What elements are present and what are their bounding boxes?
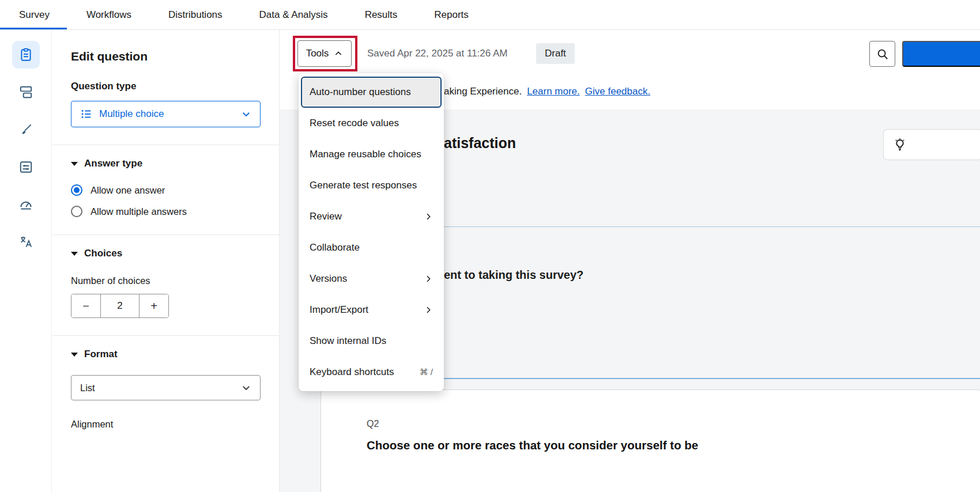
radio-selected-icon: [71, 184, 82, 196]
menu-item-label: Show internal IDs: [310, 335, 386, 347]
menu-item-label: Import/Export: [310, 304, 368, 316]
radio-unselected-icon: [71, 206, 82, 217]
decrement-button[interactable]: −: [71, 294, 100, 317]
menu-item-label: Generate test responses: [310, 180, 417, 191]
sidebar-item-translations[interactable]: [12, 228, 40, 256]
tab-survey[interactable]: Survey: [19, 0, 50, 29]
menu-item-show-internal-ids[interactable]: Show internal IDs: [299, 326, 444, 357]
tools-button-label: Tools: [306, 48, 329, 59]
editor-toolbar: Tools Saved Apr 22, 2025 at 11:26 AM Dra…: [279, 30, 980, 75]
keyboard-shortcut-hint: ⌘ /: [420, 367, 433, 377]
edit-question-panel: Edit question Question type Multiple cho…: [52, 30, 279, 492]
panel-title: Edit question: [71, 50, 261, 63]
status-badge-draft: Draft: [536, 43, 575, 64]
menu-item-manage-reusable-choices[interactable]: Manage reusable choices: [299, 139, 444, 170]
tab-results[interactable]: Results: [365, 0, 398, 29]
gauge-icon: [18, 197, 33, 212]
answer-type-section-header[interactable]: Answer type: [71, 158, 261, 169]
top-navigation: Survey Workflows Distributions Data & An…: [0, 0, 980, 30]
menu-item-review[interactable]: Review: [299, 201, 444, 232]
caret-down-icon: [71, 252, 78, 256]
paintbrush-icon: [18, 122, 33, 137]
sidebar-item-look-and-feel[interactable]: [12, 116, 40, 143]
learn-more-link[interactable]: Learn more.: [527, 86, 580, 97]
tab-distributions[interactable]: Distributions: [168, 0, 223, 29]
format-value: List: [80, 383, 95, 393]
tools-dropdown-menu: Auto-number questions Reset recode value…: [299, 73, 444, 391]
choices-label: Choices: [84, 248, 122, 259]
menu-item-versions[interactable]: Versions: [299, 263, 444, 294]
radio-label: Allow multiple answers: [91, 206, 187, 217]
menu-item-label: Manage reusable choices: [310, 149, 421, 160]
divider: [52, 234, 279, 235]
choices-section-header[interactable]: Choices: [71, 248, 261, 259]
suggestions-panel[interactable]: [883, 129, 980, 160]
search-button[interactable]: [869, 41, 895, 67]
survey-title-fragment: atisfaction: [444, 135, 516, 152]
menu-item-auto-number-questions[interactable]: Auto-number questions: [302, 78, 440, 107]
sliders-panel-icon: [18, 160, 33, 175]
question-type-label: Question type: [71, 81, 261, 92]
menu-item-label: Review: [310, 211, 342, 222]
translate-icon: [18, 234, 33, 249]
radio-allow-one-answer[interactable]: Allow one answer: [71, 184, 261, 196]
sidebar-item-survey-options[interactable]: [12, 153, 40, 181]
divider: [52, 145, 279, 145]
left-icon-rail: [0, 30, 52, 492]
choices-count-value: 2: [100, 294, 140, 317]
alignment-label: Alignment: [71, 419, 261, 430]
divider: [52, 335, 279, 336]
chevron-down-icon: [241, 383, 251, 393]
tab-data-analysis[interactable]: Data & Analysis: [259, 0, 328, 29]
answer-type-label: Answer type: [84, 158, 142, 169]
menu-item-label: Keyboard shortcuts: [310, 366, 394, 378]
give-feedback-link[interactable]: Give feedback.: [585, 86, 650, 97]
radio-label: Allow one answer: [91, 185, 165, 196]
sidebar-item-survey-flow[interactable]: [12, 78, 40, 106]
format-label: Format: [84, 349, 118, 360]
tab-workflows[interactable]: Workflows: [86, 0, 131, 29]
tab-reports[interactable]: Reports: [434, 0, 469, 29]
publish-button-clipped[interactable]: [902, 41, 980, 67]
increment-button[interactable]: +: [140, 294, 168, 317]
question2-number: Q2: [367, 419, 379, 429]
sidebar-item-expert-review[interactable]: [12, 191, 40, 218]
format-select[interactable]: List: [71, 375, 261, 400]
list-type-icon: [80, 108, 93, 120]
chevron-right-icon: [424, 274, 433, 283]
radio-allow-multiple-answers[interactable]: Allow multiple answers: [71, 206, 261, 217]
chevron-right-icon: [424, 305, 433, 315]
menu-item-label: Auto-number questions: [310, 86, 411, 98]
choices-stepper: − 2 +: [71, 294, 169, 318]
menu-item-label: Collaborate: [310, 242, 360, 253]
format-section-header[interactable]: Format: [71, 349, 261, 360]
blocks-icon: [18, 85, 33, 100]
chevron-right-icon: [424, 212, 433, 221]
question1-text-fragment[interactable]: ent to taking this survey?: [444, 268, 583, 282]
question-type-value: Multiple choice: [99, 108, 164, 120]
saved-status-text: Saved Apr 22, 2025 at 11:26 AM: [367, 48, 508, 59]
lightbulb-icon: [893, 138, 907, 152]
menu-item-reset-recode-values[interactable]: Reset recode values: [299, 108, 444, 139]
menu-item-import-export[interactable]: Import/Export: [299, 294, 444, 326]
question2-card[interactable]: Q2 Choose one or more races that you con…: [321, 389, 980, 492]
clipboard-icon: [18, 47, 33, 62]
banner-message-fragment: aking Experience.: [444, 86, 522, 97]
number-of-choices-label: Number of choices: [71, 275, 261, 286]
chevron-up-icon: [334, 49, 343, 58]
caret-down-icon: [71, 353, 78, 357]
chevron-down-icon: [241, 109, 251, 119]
menu-item-label: Reset recode values: [310, 118, 399, 129]
question2-text: Choose one or more races that you consid…: [367, 438, 698, 452]
question-type-select[interactable]: Multiple choice: [71, 101, 261, 127]
search-icon: [876, 48, 889, 60]
menu-item-collaborate[interactable]: Collaborate: [299, 232, 444, 263]
caret-down-icon: [71, 162, 78, 166]
tools-button[interactable]: Tools: [297, 40, 352, 67]
menu-item-keyboard-shortcuts[interactable]: Keyboard shortcuts ⌘ /: [299, 357, 444, 388]
sidebar-item-builder[interactable]: [12, 41, 40, 69]
menu-item-generate-test-responses[interactable]: Generate test responses: [299, 170, 444, 201]
menu-item-label: Versions: [310, 273, 347, 285]
